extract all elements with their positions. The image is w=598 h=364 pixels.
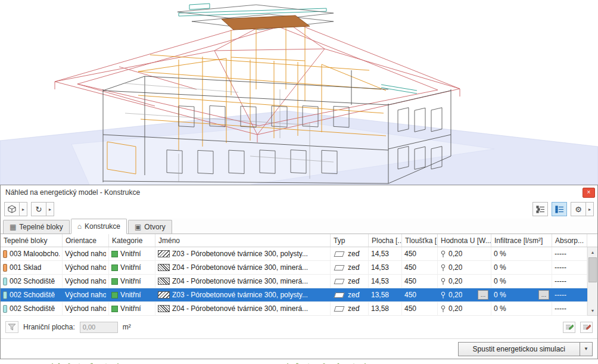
column-header-6[interactable]: Tloušťka [...	[402, 234, 438, 247]
infiltration-options-button[interactable]: …	[538, 290, 549, 300]
edit-selected-button[interactable]	[580, 322, 593, 333]
infiltration-value: 0 %	[494, 304, 506, 313]
update-model-flyout-arrow[interactable]: ▸	[46, 202, 54, 216]
u-value-options-button[interactable]: …	[478, 290, 488, 300]
u-value: 0,20	[448, 304, 462, 313]
wireframe-drawing	[0, 0, 598, 185]
thickness-value: 450	[404, 250, 416, 258]
tab-konstrukce[interactable]: ⌂ Konstrukce	[71, 219, 127, 234]
panel-title: Náhled na energetický model - Konstrukce	[5, 188, 140, 197]
tab-label: Konstrukce	[85, 222, 120, 231]
constructions-table: Tepelné blokyOrientaceKategorieJménoTypP…	[1, 234, 597, 316]
scroll-down-icon: ▼	[591, 309, 595, 313]
absorption-value: -----	[555, 277, 566, 285]
close-button[interactable]: ×	[583, 188, 595, 198]
boundary-area-input[interactable]	[80, 322, 118, 333]
table-row[interactable]: 002 Schodiště Východ nahor... Vnitřní Z0…	[1, 302, 587, 316]
energy-model-panel: Náhled na energetický model - Konstrukce…	[0, 185, 598, 359]
material-hatch-icon	[158, 250, 170, 257]
vertical-scrollbar[interactable]: ▲ ▼	[587, 247, 597, 315]
3d-display-flyout-arrow[interactable]: ▸	[20, 202, 27, 216]
table-row[interactable]: 002 Schodiště Východ nahor... Vnitřní Z0…	[1, 288, 587, 302]
ellipsis-icon: …	[541, 293, 547, 298]
thermal-block-label: 003 Maloobcho...	[10, 250, 60, 258]
column-header-0[interactable]: Tepelné bloky	[1, 234, 63, 247]
tab-label: Tepelné bloky	[19, 223, 63, 231]
infiltration-value: 0 %	[494, 277, 506, 285]
column-header-9[interactable]: Absorp...	[552, 234, 587, 247]
u-value-icon	[440, 278, 446, 285]
wall-type-icon	[334, 293, 345, 298]
tree-view-icon	[536, 206, 545, 213]
settings-button[interactable]: ⚙	[571, 202, 586, 216]
thermal-block-label: 002 Schodiště	[10, 291, 55, 299]
table-header-row: Tepelné blokyOrientaceKategorieJménoTypP…	[1, 234, 597, 247]
3d-model-view[interactable]	[0, 0, 598, 185]
edit-values-button[interactable]	[563, 322, 575, 333]
list-view-icon	[555, 206, 564, 213]
u-value: 0,20	[448, 263, 462, 272]
type-label: zeď	[348, 263, 360, 272]
scroll-up-icon: ▲	[591, 250, 595, 254]
absorption-value: -----	[555, 291, 566, 299]
gear-icon: ⚙	[575, 205, 582, 214]
cube-icon	[7, 205, 17, 213]
column-header-8[interactable]: Infiltrace [l/sm²]	[491, 234, 552, 247]
category-label: Vnitřní	[120, 250, 141, 258]
flyout-arrow-icon: ▸	[588, 207, 591, 212]
tab-tepelne-bloky[interactable]: ▦ Tepelné bloky	[3, 220, 70, 234]
type-label: zeď	[348, 304, 360, 313]
area-value: 13,58	[371, 291, 389, 299]
thermal-block-label: 002 Schodiště	[10, 304, 55, 313]
table-row[interactable]: 003 Maloobcho... Východ nahor... Vnitřní…	[1, 247, 587, 261]
scrollbar-thumb[interactable]	[588, 257, 597, 282]
table-row[interactable]: 002 Schodiště Východ nahor... Vnitřní Z0…	[1, 275, 587, 288]
u-value: 0,20	[448, 291, 462, 299]
list-view-button[interactable]	[552, 202, 567, 216]
column-header-2[interactable]: Kategorie	[109, 234, 155, 247]
thermal-block-label: 002 Schodiště	[10, 277, 55, 285]
construction-name-label: Z03 - Pórobetonové tvárnice 300, polysty…	[172, 250, 308, 258]
column-header-4[interactable]: Typ	[331, 234, 369, 247]
pencil-red-icon	[583, 323, 591, 331]
panel-toolbar: ▸ ↻ ▸	[1, 200, 597, 219]
category-label: Vnitřní	[120, 277, 141, 285]
run-simulation-button[interactable]: Spustit energetickou simulaci	[458, 342, 580, 356]
update-model-button[interactable]: ↻	[31, 202, 46, 216]
table-row[interactable]: 001 Sklad Východ nahor... Vnitřní Z04 - …	[1, 261, 587, 275]
thickness-value: 450	[404, 291, 416, 299]
category-label: Vnitřní	[120, 291, 141, 299]
settings-flyout-arrow[interactable]: ▸	[586, 202, 594, 216]
u-value: 0,20	[448, 250, 462, 258]
thermal-block-color-chip	[3, 264, 7, 272]
run-simulation-dropdown[interactable]: ▼	[580, 342, 593, 356]
funnel-icon	[8, 323, 16, 331]
scroll-down-button[interactable]: ▼	[588, 306, 597, 315]
tab-otvory[interactable]: ▣ Otvory	[128, 220, 172, 234]
column-header-5[interactable]: Plocha [...	[369, 234, 402, 247]
scroll-up-button[interactable]: ▲	[588, 247, 597, 257]
pencil-green-icon	[565, 323, 574, 331]
filter-button[interactable]	[5, 321, 18, 333]
material-hatch-icon	[158, 291, 170, 298]
column-header-7[interactable]: Hodnota U [W...	[438, 234, 491, 247]
application-window: Náhled na energetický model - Konstrukce…	[0, 0, 598, 364]
u-value: 0,20	[448, 277, 462, 285]
absorption-value: -----	[555, 263, 566, 272]
absorption-value: -----	[555, 250, 566, 258]
scrollbar-track[interactable]	[588, 257, 597, 306]
3d-display-button[interactable]	[4, 202, 20, 216]
tree-view-button[interactable]	[532, 202, 548, 216]
panel-footer: Hraniční plocha: m²	[1, 316, 597, 338]
panel-titlebar: Náhled na energetický model - Konstrukce…	[1, 185, 597, 200]
absorption-value: -----	[555, 304, 566, 313]
category-color-icon	[111, 306, 118, 312]
u-value-icon	[440, 250, 446, 258]
orientation-label: Východ nahor...	[65, 291, 106, 299]
ellipsis-icon: …	[481, 293, 486, 298]
refresh-icon: ↻	[36, 205, 42, 214]
column-header-1[interactable]: Orientace	[63, 234, 109, 247]
openings-icon: ▣	[135, 223, 141, 231]
column-header-3[interactable]: Jméno	[155, 234, 331, 247]
thickness-value: 450	[404, 304, 416, 313]
